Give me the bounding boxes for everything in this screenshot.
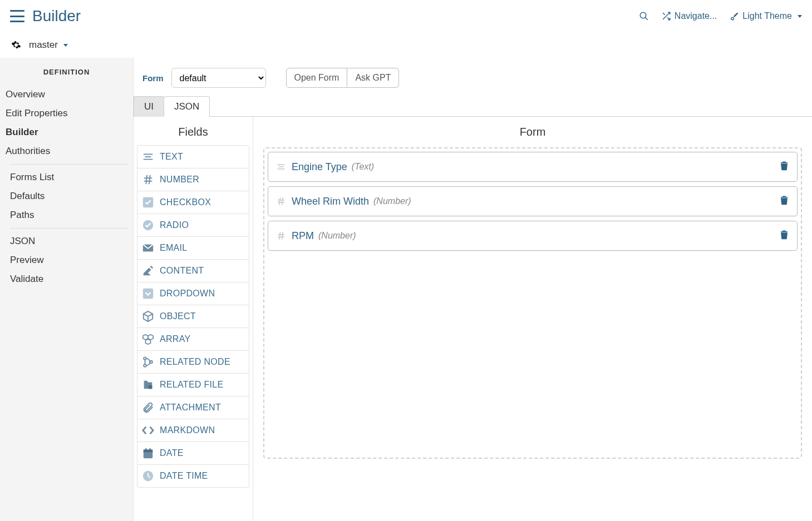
sidebar-item-defaults[interactable]: Defaults xyxy=(6,187,133,206)
field-type-markdown[interactable]: MARKDOWN xyxy=(137,419,249,442)
field-type-attachment[interactable]: ATTACHMENT xyxy=(137,396,249,419)
grip-icon[interactable] xyxy=(276,161,286,173)
field-type-label: TEXT xyxy=(160,152,183,162)
sidebar-item-forms-list[interactable]: Forms List xyxy=(6,168,133,187)
email-icon xyxy=(142,242,154,254)
branch-dropdown[interactable]: master xyxy=(29,39,68,51)
form-field-type: (Number) xyxy=(318,231,356,241)
sidebar-item-overview[interactable]: Overview xyxy=(6,85,133,104)
field-type-dropdown[interactable]: DROPDOWN xyxy=(137,282,249,305)
field-type-label: CONTENT xyxy=(160,266,204,276)
sidebar: DEFINITION OverviewEdit PropertiesBuilde… xyxy=(0,58,134,521)
form-field-name: RPM xyxy=(292,230,314,242)
grip-icon[interactable] xyxy=(276,230,286,242)
field-type-label: ATTACHMENT xyxy=(160,403,221,413)
open-form-button[interactable]: Open Form xyxy=(286,68,348,88)
svg-line-30 xyxy=(279,232,280,240)
field-type-label: NUMBER xyxy=(160,175,199,185)
field-type-label: DROPDOWN xyxy=(160,289,215,299)
svg-line-8 xyxy=(149,175,150,185)
form-field-name: Engine Type xyxy=(292,161,347,173)
field-type-checkbox[interactable]: CHECKBOX xyxy=(137,191,249,214)
brush-icon xyxy=(729,11,739,21)
sidebar-item-paths[interactable]: Paths xyxy=(6,206,133,225)
form-field[interactable]: Engine Type(Text) xyxy=(268,152,798,182)
field-type-related-file[interactable]: RELATED FILE xyxy=(137,374,249,396)
number-icon xyxy=(142,173,154,186)
radio-icon xyxy=(142,219,154,231)
field-type-label: ARRAY xyxy=(160,334,190,344)
grip-icon[interactable] xyxy=(276,195,286,207)
search-button[interactable] xyxy=(639,11,649,21)
form-dropzone[interactable]: Engine Type(Text)Wheel Rim Width(Number)… xyxy=(263,147,802,459)
field-type-label: DATE TIME xyxy=(160,471,208,481)
sidebar-item-preview[interactable]: Preview xyxy=(6,251,133,270)
page-title: Builder xyxy=(32,7,81,25)
divider xyxy=(10,164,129,165)
sidebar-heading: DEFINITION xyxy=(6,68,133,76)
field-type-label: DATE xyxy=(160,448,184,458)
tab-json[interactable]: JSON xyxy=(164,96,210,117)
svg-point-0 xyxy=(640,12,646,18)
content-icon xyxy=(142,265,154,277)
sidebar-item-authorities[interactable]: Authorities xyxy=(6,142,133,161)
form-field[interactable]: RPM(Number) xyxy=(268,221,798,251)
sidebar-item-json[interactable]: JSON xyxy=(6,232,133,251)
form-heading: Form xyxy=(263,126,802,138)
markdown-icon xyxy=(142,424,154,436)
gear-icon[interactable] xyxy=(11,40,21,50)
field-type-date[interactable]: DATE xyxy=(137,442,249,465)
svg-line-7 xyxy=(146,175,147,185)
attachment-icon xyxy=(142,401,154,414)
field-type-label: MARKDOWN xyxy=(160,425,215,435)
svg-line-31 xyxy=(282,232,283,240)
menu-toggle-icon[interactable] xyxy=(10,10,24,22)
form-label: Form xyxy=(142,73,164,83)
checkbox-icon xyxy=(142,196,154,209)
field-type-email[interactable]: EMAIL xyxy=(137,237,249,260)
svg-rect-17 xyxy=(144,450,153,453)
svg-rect-11 xyxy=(143,289,153,299)
field-type-radio[interactable]: RADIO xyxy=(137,214,249,237)
datetime-icon xyxy=(142,470,154,482)
shuffle-icon xyxy=(661,11,671,21)
field-type-label: RADIO xyxy=(160,220,189,230)
date-icon xyxy=(142,447,154,459)
fields-heading: Fields xyxy=(137,126,249,138)
form-field-type: (Number) xyxy=(373,196,411,206)
tab-ui[interactable]: UI xyxy=(134,96,164,117)
object-icon xyxy=(142,310,154,322)
svg-point-13 xyxy=(144,364,146,367)
divider xyxy=(10,228,129,229)
navigate-button[interactable]: Navigate... xyxy=(661,11,717,21)
field-type-related-node[interactable]: RELATED NODE xyxy=(137,351,249,374)
form-field[interactable]: Wheel Rim Width(Number) xyxy=(268,186,798,216)
svg-point-12 xyxy=(144,357,146,360)
svg-line-26 xyxy=(279,197,280,205)
field-type-date-time[interactable]: DATE TIME xyxy=(137,465,249,487)
field-type-text[interactable]: TEXT xyxy=(137,146,249,168)
delete-field-button[interactable] xyxy=(779,195,789,208)
svg-line-1 xyxy=(645,17,648,20)
sidebar-item-builder[interactable]: Builder xyxy=(6,123,133,142)
field-type-array[interactable]: ARRAY xyxy=(137,328,249,351)
field-type-content[interactable]: CONTENT xyxy=(137,260,249,282)
dropdown-icon xyxy=(142,287,154,300)
delete-field-button[interactable] xyxy=(779,229,789,242)
relfile-icon xyxy=(142,379,154,391)
field-type-number[interactable]: NUMBER xyxy=(137,168,249,191)
branch-name-label: master xyxy=(29,39,58,51)
delete-field-button[interactable] xyxy=(779,160,789,173)
field-type-label: CHECKBOX xyxy=(160,197,211,207)
field-type-label: OBJECT xyxy=(160,311,196,321)
svg-rect-15 xyxy=(149,385,152,389)
field-type-label: RELATED NODE xyxy=(160,357,230,367)
field-type-object[interactable]: OBJECT xyxy=(137,305,249,328)
form-select[interactable]: default xyxy=(171,68,266,88)
sidebar-item-edit-properties[interactable]: Edit Properties xyxy=(6,104,133,123)
sidebar-item-validate[interactable]: Validate xyxy=(6,270,133,289)
field-type-label: RELATED FILE xyxy=(160,380,223,390)
ask-gpt-button[interactable]: Ask GPT xyxy=(347,68,399,88)
search-icon xyxy=(639,11,649,21)
theme-dropdown[interactable]: Light Theme xyxy=(729,11,802,21)
